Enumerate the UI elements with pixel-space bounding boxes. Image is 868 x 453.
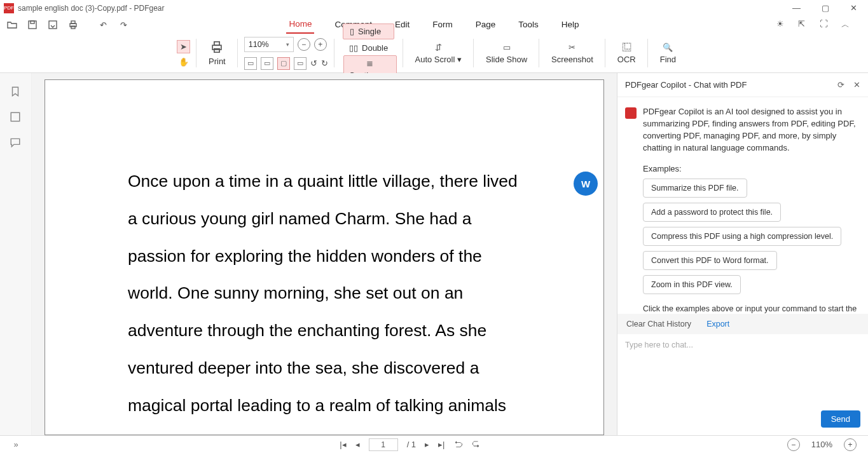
status-zoom-out-button[interactable]: − xyxy=(787,438,800,451)
copilot-title: PDFgear Copilot - Chat with PDF xyxy=(625,80,747,90)
print-icon xyxy=(210,40,224,54)
copilot-close-icon[interactable]: ✕ xyxy=(853,80,860,90)
slideshow-icon: ▭ xyxy=(503,43,511,52)
thumbnails-icon[interactable] xyxy=(10,111,22,124)
app-icon: PDF xyxy=(4,3,14,13)
svg-rect-7 xyxy=(214,42,219,46)
last-page-button[interactable]: ▸| xyxy=(438,440,444,449)
tab-page[interactable]: Page xyxy=(473,17,499,33)
close-button[interactable]: ✕ xyxy=(839,0,868,16)
double-page-icon: ▯▯ xyxy=(349,43,358,53)
slideshow-button[interactable]: ▭ Slide Show xyxy=(480,39,533,67)
svg-rect-8 xyxy=(214,49,219,53)
tab-home[interactable]: Home xyxy=(286,17,314,34)
prev-view-icon[interactable]: ⮌ xyxy=(454,440,462,449)
status-zoom-value: 110% xyxy=(811,440,832,449)
document-page[interactable]: Once upon a time in a quaint little vill… xyxy=(45,79,604,435)
word-export-fab[interactable]: W xyxy=(574,172,598,196)
copilot-intro: PDFgear Copilot is an AI tool designed t… xyxy=(643,106,860,154)
status-zoom-in-button[interactable]: + xyxy=(844,438,857,451)
screenshot-button[interactable]: ✂ Screenshot xyxy=(546,39,599,67)
rotate-cw-icon[interactable]: ↻ xyxy=(321,58,328,68)
prev-page-button[interactable]: ◂ xyxy=(355,440,360,449)
find-button[interactable]: 🔍 Find xyxy=(654,39,682,67)
fit-actual-icon[interactable]: ▭ xyxy=(244,57,257,70)
copilot-avatar-icon xyxy=(625,107,637,119)
examples-label: Examples: xyxy=(643,164,860,173)
tab-help[interactable]: Help xyxy=(559,17,582,33)
zoom-out-button[interactable]: − xyxy=(298,38,310,51)
chat-input[interactable]: Type here to chat... xyxy=(625,341,860,410)
hand-tool-icon[interactable]: ✋ xyxy=(177,57,190,67)
tab-tools[interactable]: Tools xyxy=(516,17,541,33)
next-view-icon[interactable]: ⮎ xyxy=(471,440,479,449)
document-text[interactable]: Once upon a time in a quaint little vill… xyxy=(128,163,521,435)
zoom-combo[interactable]: 110%▾ xyxy=(244,37,294,52)
autoscroll-button[interactable]: ⇵ Auto Scroll ▾ xyxy=(410,39,468,67)
maximize-button[interactable]: ▢ xyxy=(811,0,839,16)
zoom-in-button[interactable]: + xyxy=(314,38,327,51)
fit-visible-icon[interactable]: ▭ xyxy=(294,57,307,70)
autoscroll-icon: ⇵ xyxy=(435,43,442,52)
double-page-button[interactable]: ▯▯ Double xyxy=(343,41,394,55)
svg-rect-9 xyxy=(11,112,20,121)
first-page-button[interactable]: |◂ xyxy=(340,440,346,449)
export-chat-button[interactable]: Export xyxy=(706,320,729,328)
send-button[interactable]: Send xyxy=(821,410,860,428)
window-title: sample english doc (3)-Copy.pdf - PDFgea… xyxy=(18,4,165,13)
tab-form[interactable]: Form xyxy=(430,17,455,33)
copilot-refresh-icon[interactable]: ⟳ xyxy=(837,80,844,90)
example-chip-2[interactable]: Add a password to protect this file. xyxy=(643,203,781,222)
tab-edit[interactable]: Edit xyxy=(392,17,412,33)
continuous-icon: ≣ xyxy=(366,58,373,68)
select-tool-icon[interactable]: ➤ xyxy=(177,40,190,53)
copilot-footer-text: Click the examples above or input your c… xyxy=(643,304,860,313)
example-chip-3[interactable]: Compress this PDF using a high compressi… xyxy=(643,227,841,246)
page-input[interactable]: 1 xyxy=(369,438,398,451)
find-icon: 🔍 xyxy=(663,43,673,52)
single-page-button[interactable]: ▯ Single xyxy=(343,24,394,39)
bookmark-icon[interactable] xyxy=(10,86,22,98)
print-button[interactable]: Print xyxy=(203,37,231,69)
minimize-button[interactable]: — xyxy=(782,0,811,16)
rotate-ccw-icon[interactable]: ↺ xyxy=(310,58,317,68)
example-chip-1[interactable]: Summarize this PDF file. xyxy=(643,179,747,198)
scissors-icon: ✂ xyxy=(568,43,575,52)
clear-chat-button[interactable]: Clear Chat History xyxy=(626,320,691,328)
fit-page-icon[interactable]: ▢ xyxy=(277,57,290,70)
ocr-icon: ⿺ xyxy=(623,43,631,52)
comments-icon[interactable] xyxy=(10,137,22,149)
single-page-icon: ▯ xyxy=(350,27,354,36)
ocr-button[interactable]: ⿺ OCR xyxy=(612,39,642,67)
page-total: / 1 xyxy=(407,440,416,449)
expand-rail-icon[interactable]: » xyxy=(13,440,18,449)
example-chip-5[interactable]: Zoom in this PDF view. xyxy=(643,275,741,294)
example-chip-4[interactable]: Convert this PDF to Word format. xyxy=(643,251,777,270)
fit-width-icon[interactable]: ▭ xyxy=(261,57,273,70)
next-page-button[interactable]: ▸ xyxy=(425,440,429,449)
